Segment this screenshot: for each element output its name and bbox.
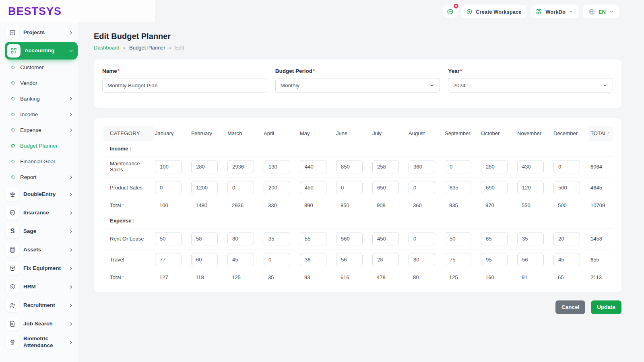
sidebar-item-expense[interactable]: Expense [0, 122, 78, 138]
budget-amount-input[interactable] [445, 253, 471, 266]
budget-amount-input[interactable] [300, 232, 326, 245]
sidebar-item-financial-goal[interactable]: Financial Goal [0, 154, 78, 169]
sidebar-item-banking[interactable]: Banking [0, 91, 78, 107]
year-select[interactable]: 2024 [448, 78, 613, 93]
sidebar-item-label: Assets [23, 247, 64, 253]
budget-amount-input[interactable] [409, 232, 435, 245]
budget-amount-input[interactable] [264, 253, 290, 266]
budget-amount-input[interactable] [372, 181, 399, 194]
bullet-icon [10, 128, 16, 133]
budget-amount-input[interactable] [409, 160, 435, 173]
sidebar-item-insurance[interactable]: Insurance [0, 204, 78, 222]
name-input[interactable] [102, 78, 267, 93]
budget-amount-input[interactable] [445, 232, 471, 245]
budget-amount-input[interactable] [300, 253, 326, 266]
month-total: 125 [227, 270, 263, 285]
budget-amount-input[interactable] [227, 160, 254, 173]
language-selector[interactable]: EN [583, 5, 619, 19]
table-cell [335, 156, 372, 177]
budget-amount-input[interactable] [372, 253, 399, 266]
budget-amount-input[interactable] [445, 181, 471, 194]
budget-amount-input[interactable] [372, 160, 399, 173]
budget-period-select[interactable]: Monthly [275, 78, 440, 93]
budget-amount-input[interactable] [517, 160, 544, 173]
budget-amount-input[interactable] [553, 253, 580, 266]
budget-amount-input[interactable] [155, 160, 182, 173]
budget-amount-input[interactable] [300, 181, 326, 194]
budget-amount-input[interactable] [553, 232, 580, 245]
budget-amount-input[interactable] [553, 181, 580, 194]
budget-amount-input[interactable] [191, 253, 218, 266]
column-header: March [227, 126, 263, 141]
breadcrumb-dashboard[interactable]: Dashboard [94, 45, 120, 51]
sidebar-item-job-search[interactable]: Job Search [0, 315, 78, 333]
sidebar-item-label: Projects [23, 29, 64, 36]
budget-amount-input[interactable] [191, 181, 218, 194]
table-cell [372, 156, 408, 177]
table-cell [227, 249, 263, 270]
section-heading: Expense : [103, 213, 613, 228]
budget-amount-input[interactable] [264, 232, 290, 245]
budget-amount-input[interactable] [336, 181, 363, 194]
budget-amount-input[interactable] [372, 232, 399, 245]
budget-amount-input[interactable] [409, 253, 435, 266]
budget-amount-input[interactable] [155, 181, 182, 194]
sidebar-item-label: Budget Planner [20, 143, 58, 149]
budget-amount-input[interactable] [553, 160, 580, 173]
sidebar-item-recruitment[interactable]: Recruitment [0, 296, 78, 315]
workspace-switcher[interactable]: WorkDo [530, 5, 579, 19]
brand-logo: BESTSYS [8, 5, 62, 18]
budget-amount-input[interactable] [517, 232, 544, 245]
budget-amount-input[interactable] [300, 160, 326, 173]
sidebar-item-accounting[interactable]: Accounting [5, 42, 78, 60]
update-button[interactable]: Update [591, 300, 621, 314]
messages-button[interactable]: 0 [443, 5, 457, 19]
sidebar-item-fix-equipment[interactable]: Fix Equipment [0, 259, 78, 278]
accounting-icon [7, 44, 21, 58]
sidebar-item-biometric-attendance[interactable]: Biometric Attendance [0, 333, 78, 352]
cancel-button[interactable]: Cancel [555, 300, 585, 314]
sidebar-item-report[interactable]: Report [0, 169, 78, 185]
budget-amount-input[interactable] [517, 253, 544, 266]
budget-amount-input[interactable] [264, 160, 290, 173]
budget-amount-input[interactable] [481, 253, 508, 266]
sidebar-item-vendor[interactable]: Vendor [0, 75, 78, 91]
budget-amount-input[interactable] [481, 160, 508, 173]
sidebar-item-assets[interactable]: Assets [0, 241, 78, 259]
totals-label: Total : [103, 198, 154, 213]
month-total: 93 [299, 270, 335, 285]
budget-amount-input[interactable] [227, 253, 254, 266]
month-total: 65 [553, 270, 589, 285]
budget-amount-input[interactable] [191, 160, 218, 173]
chevron-right-icon [68, 210, 74, 216]
budget-amount-input[interactable] [336, 253, 363, 266]
sidebar-item-hrm[interactable]: HRM [0, 278, 78, 296]
globe-icon [588, 8, 595, 15]
budget-amount-input[interactable] [227, 181, 254, 194]
sidebar-item-doubleentry[interactable]: DoubleEntry [0, 185, 78, 204]
chevron-right-icon [68, 30, 74, 35]
sidebar-item-label: Sage [23, 228, 64, 235]
budget-amount-input[interactable] [445, 160, 471, 173]
budget-amount-input[interactable] [227, 232, 254, 245]
budget-amount-input[interactable] [336, 232, 363, 245]
budget-amount-input[interactable] [191, 232, 218, 245]
sidebar-item-income[interactable]: Income [0, 107, 78, 122]
budget-amount-input[interactable] [336, 160, 363, 173]
budget-amount-input[interactable] [517, 181, 544, 194]
budget-amount-input[interactable] [155, 253, 182, 266]
table-cell [263, 228, 299, 249]
create-workspace-button[interactable]: Create Workspace [461, 5, 526, 19]
month-total: 970 [480, 198, 516, 213]
budget-amount-input[interactable] [155, 232, 182, 245]
budget-amount-input[interactable] [481, 232, 508, 245]
budget-amount-input[interactable] [409, 181, 435, 194]
row-total: 1458 [589, 228, 613, 249]
sidebar-item-sage[interactable]: SSage [0, 222, 78, 241]
sidebar-item-budget-planner[interactable]: Budget Planner [0, 138, 78, 154]
budget-amount-input[interactable] [264, 181, 290, 194]
sidebar-item-customer[interactable]: Customer [0, 60, 78, 75]
bullet-icon [10, 80, 16, 86]
sidebar-item-projects[interactable]: Projects [0, 23, 78, 42]
budget-amount-input[interactable] [481, 181, 508, 194]
